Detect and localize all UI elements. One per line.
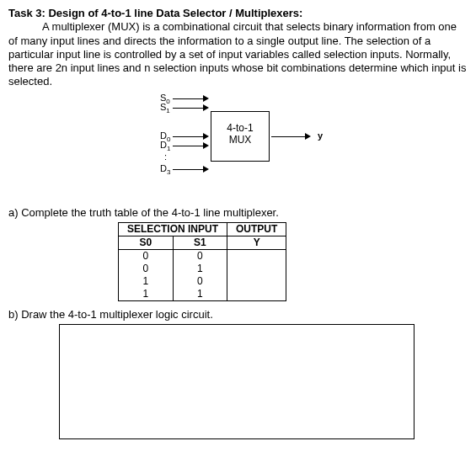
task-title: Task 3: Design of 4-to-1 line Data Selec… [8,7,302,19]
arrow-s1 [203,104,209,111]
arrow-d0 [203,133,209,140]
arrow-d1 [203,142,209,149]
mux-box-line1: 4-to-1 [227,122,253,134]
arrow-s0 [203,95,209,102]
label-dots: : [164,151,167,162]
line-d3 [173,169,205,171]
header-selection: SELECTION INPUT [119,222,227,236]
cell-s0: 1 [119,288,174,301]
mux-box: 4-to-1 MUX [211,111,270,162]
label-s1: S1 [160,102,170,114]
cell-y [227,249,286,300]
arrow-d3 [203,166,209,173]
header-output: OUTPUT [227,222,286,236]
circuit-answer-box [59,324,414,439]
mux-diagram: S0 S1 D0 D1 : D3 4-to-1 MUX y [131,94,417,199]
label-d3: D3 [160,163,170,176]
cell-s0: 0 [119,249,174,263]
col-y: Y [227,236,286,249]
part-a-label: a) Complete the truth table of the 4-to-… [8,206,468,219]
cell-s1: 1 [173,263,227,275]
cell-s1: 0 [173,249,227,263]
col-s1: S1 [173,236,227,249]
cell-s1: 1 [173,288,227,301]
col-s0: S0 [119,236,174,249]
label-y: y [318,130,323,141]
line-s0 [173,98,205,100]
cell-s0: 1 [119,275,174,288]
table-row: 0 0 [119,249,286,263]
line-s1 [173,108,205,109]
mux-box-line2: MUX [229,134,252,146]
cell-s1: 0 [173,275,227,288]
arrow-y [305,133,311,140]
label-d1: D1 [160,140,170,152]
line-d0 [173,136,205,138]
truth-table: SELECTION INPUT OUTPUT S0 S1 Y 0 0 0 1 1… [118,222,286,301]
cell-s0: 0 [119,263,174,275]
line-y [271,136,307,138]
task-description: A multiplexer (MUX) is a combinational c… [8,20,468,88]
part-b-label: b) Draw the 4-to-1 multiplexer logic cir… [8,308,468,321]
line-d1 [173,146,205,147]
